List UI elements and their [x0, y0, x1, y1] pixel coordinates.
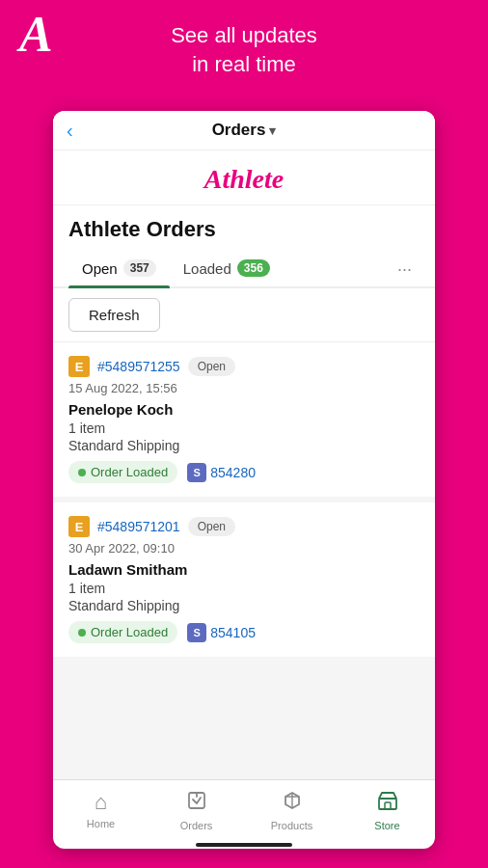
- order-loaded-label: Order Loaded: [91, 625, 168, 639]
- logo-icon: A: [19, 10, 53, 60]
- order-loaded-label: Order Loaded: [91, 465, 168, 479]
- loaded-dot-icon: [78, 629, 86, 637]
- phone-shell: ‹ Orders ▾ Athlete Athlete Orders Open 3…: [53, 111, 435, 849]
- home-icon: ⌂: [95, 790, 107, 815]
- content-area: Athlete Athlete Orders Open 357 Loaded 3…: [53, 150, 435, 779]
- nav-item-orders[interactable]: Orders: [149, 786, 244, 835]
- tabs-container: Open 357 Loaded 356 ···: [53, 242, 435, 288]
- products-icon: [282, 790, 303, 817]
- nav-item-store[interactable]: Store: [339, 786, 435, 835]
- nav-products-label: Products: [271, 820, 312, 831]
- back-button[interactable]: ‹: [67, 120, 73, 142]
- table-row: E #5489571255 Open 15 Aug 2022, 15:56 Pe…: [53, 342, 435, 502]
- top-banner: A See all updates in real time: [0, 0, 488, 92]
- shopify-ref: S 854280: [187, 463, 256, 482]
- loaded-dot-icon: [78, 469, 86, 476]
- tab-loaded-badge: 356: [237, 259, 270, 277]
- shopify-number[interactable]: 854280: [210, 465, 256, 480]
- order-date: 15 Aug 2022, 15:56: [68, 381, 420, 395]
- status-badge: Open: [188, 517, 235, 536]
- bottom-nav: ⌂ Home Orders Products: [53, 779, 435, 839]
- order-customer: Penelope Koch: [68, 401, 420, 418]
- page-title: Athlete Orders: [68, 217, 420, 242]
- order-number[interactable]: #5489571255: [97, 359, 180, 374]
- nav-bar: ‹ Orders ▾: [53, 111, 435, 150]
- nav-orders-label: Orders: [180, 820, 213, 831]
- refresh-section: Refresh: [53, 288, 435, 342]
- tab-open[interactable]: Open 357: [68, 252, 170, 286]
- shopify-icon: S: [187, 463, 206, 482]
- shopify-ref: S 854105: [187, 623, 256, 642]
- nav-title: Orders ▾: [212, 121, 277, 140]
- order-date: 30 Apr 2022, 09:10: [68, 541, 420, 556]
- home-bar: [196, 843, 292, 847]
- nav-home-label: Home: [87, 818, 115, 829]
- shopify-icon: S: [187, 623, 206, 642]
- nav-item-products[interactable]: Products: [244, 786, 339, 835]
- svg-rect-2: [385, 802, 391, 809]
- order-loaded-badge: Order Loaded: [68, 621, 177, 643]
- orders-list: E #5489571255 Open 15 Aug 2022, 15:56 Pe…: [53, 342, 435, 663]
- order-customer: Ladawn Smitham: [68, 561, 420, 578]
- shopify-number[interactable]: 854105: [210, 625, 256, 640]
- nav-store-label: Store: [374, 820, 399, 831]
- orders-icon: [186, 790, 207, 817]
- order-shipping: Standard Shipping: [68, 598, 420, 613]
- tabs-more-button[interactable]: ···: [390, 256, 420, 284]
- tab-loaded-label: Loaded: [183, 260, 231, 277]
- refresh-button[interactable]: Refresh: [68, 298, 160, 332]
- tagline: See all updates in real time: [171, 21, 317, 78]
- chevron-down-icon: ▾: [269, 123, 276, 138]
- nav-item-home[interactable]: ⌂ Home: [53, 786, 149, 835]
- svg-rect-1: [379, 799, 396, 809]
- brand-header: Athlete: [53, 150, 435, 205]
- tab-open-label: Open: [82, 260, 118, 277]
- order-items: 1 item: [68, 420, 420, 436]
- order-loaded-badge: Order Loaded: [68, 461, 177, 483]
- order-icon: E: [68, 356, 90, 377]
- order-items: 1 item: [68, 581, 420, 596]
- tab-open-badge: 357: [123, 259, 156, 277]
- brand-name: Athlete: [53, 164, 435, 195]
- page-title-section: Athlete Orders: [53, 205, 435, 242]
- tab-loaded[interactable]: Loaded 356: [170, 252, 284, 286]
- order-number[interactable]: #5489571201: [97, 519, 180, 534]
- store-icon: [377, 790, 398, 817]
- status-badge: Open: [188, 357, 235, 376]
- table-row: E #5489571201 Open 30 Apr 2022, 09:10 La…: [53, 502, 435, 663]
- order-icon: E: [68, 516, 90, 537]
- order-shipping: Standard Shipping: [68, 438, 420, 453]
